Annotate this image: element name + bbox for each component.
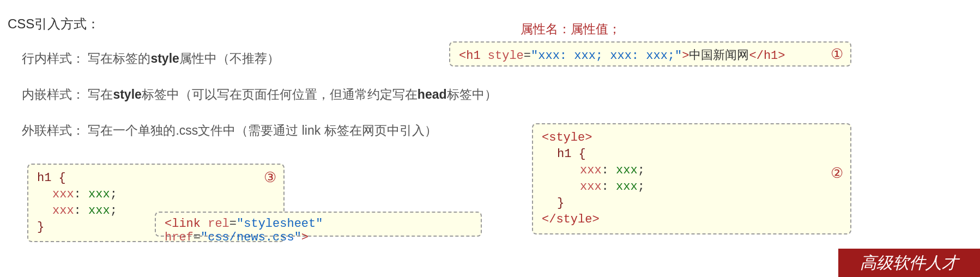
line-inline-post: 属性中（不推荐） <box>179 51 280 65</box>
b2-p1c: xxx <box>616 164 638 177</box>
b1-text: 中国新闻网 <box>689 49 749 63</box>
num-1: ① <box>831 46 843 63</box>
b3-l1: h1 { <box>37 171 66 185</box>
b4-close: > <box>301 231 308 244</box>
b4-eq1: = <box>229 217 237 231</box>
b1-open: <h1 <box>459 49 488 63</box>
line-inline: 行内样式： 写在标签的style属性中（不推荐） <box>22 50 280 67</box>
b4-a2: href <box>165 231 193 244</box>
b2-l6: </style> <box>542 213 600 226</box>
b2-p2a: xxx <box>580 180 602 194</box>
footer-banner: 高级软件人才 <box>838 249 980 277</box>
line-extern-text: 写在一个单独的.css文件中（需要通过 link 标签在网页中引入） <box>88 123 437 137</box>
b1-attr: style <box>488 49 524 63</box>
b3-p2b: : <box>74 204 88 218</box>
b2-l1: <style> <box>542 131 592 144</box>
code-box-inline: <h1 style="xxx: xxx; xxx: xxx;">中国新闻网</h… <box>449 41 851 67</box>
b3-p2d: ; <box>110 204 117 218</box>
line-inline-label: 行内样式： <box>22 51 84 65</box>
line-embed-label: 内嵌样式： <box>22 87 84 101</box>
b2-p1b: : <box>602 164 616 177</box>
code-box-style: <style> h1 { xxx: xxx; xxx: xxx; } </sty… <box>532 123 851 234</box>
line-embed-bold1: style <box>113 87 141 101</box>
b3-p1d: ; <box>110 188 117 201</box>
b4-open: <link <box>165 217 208 231</box>
line-inline-bold: style <box>150 51 179 65</box>
code-box-link: <link rel="stylesheet" href="css/news.cs… <box>155 212 482 237</box>
footer-banner-text: 高级软件人才 <box>860 252 958 274</box>
b2-p1a: xxx <box>580 164 602 177</box>
b3-p2a: xxx <box>52 204 74 218</box>
line-extern-label: 外联样式： <box>22 123 84 137</box>
b3-p1c: xxx <box>88 188 110 201</box>
b4-v2: "css/news.css" <box>201 231 301 244</box>
num-2: ② <box>831 165 843 182</box>
b2-l2: h1 { <box>557 147 586 161</box>
num-3: ③ <box>264 169 276 186</box>
b1-val: "xxx: xxx; xxx: xxx;" <box>531 49 682 63</box>
line-inline-pre: 写在标签的 <box>88 51 150 65</box>
b3-p1a: xxx <box>52 188 74 201</box>
b3-p1b: : <box>74 188 88 201</box>
line-embed-mid: 标签中（可以写在页面任何位置，但通常约定写在 <box>142 87 418 101</box>
b4-a1: rel <box>208 217 229 231</box>
page-title: CSS引入方式： <box>8 15 100 33</box>
b2-p1d: ; <box>638 164 645 177</box>
b2-p2b: : <box>602 180 616 194</box>
b1-close: > <box>682 49 689 63</box>
b3-p2c: xxx <box>88 204 110 218</box>
b3-l4: } <box>37 220 44 234</box>
line-embed-post: 标签中） <box>447 87 497 101</box>
line-embed-bold2: head <box>418 87 447 101</box>
annotation-attr: 属性名：属性值； <box>521 21 621 38</box>
b1-eq: = <box>524 49 531 63</box>
line-embed-pre: 写在 <box>88 87 113 101</box>
line-extern: 外联样式： 写在一个单独的.css文件中（需要通过 link 标签在网页中引入） <box>22 122 437 139</box>
b4-eq2: = <box>193 231 201 244</box>
b2-p2c: xxx <box>616 180 638 194</box>
b2-l5: } <box>557 196 564 210</box>
b1-end: </h1> <box>749 49 785 63</box>
b4-v1: "stylesheet" <box>237 217 323 231</box>
b2-p2d: ; <box>638 180 645 194</box>
line-embed: 内嵌样式： 写在style标签中（可以写在页面任何位置，但通常约定写在head标… <box>22 86 497 103</box>
